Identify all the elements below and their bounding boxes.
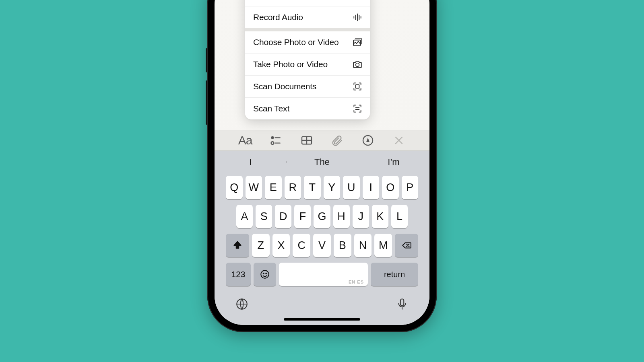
emoji-key[interactable] [254,263,276,286]
menu-item-label: Choose Photo or Video [253,37,339,47]
phone-frame: Attach File Record Audio Choose [207,0,437,332]
keyboard-footer [215,288,429,322]
menu-item-label: Record Audio [253,12,303,22]
text-format-button[interactable]: Aa [237,132,253,148]
key-t[interactable]: T [304,176,321,199]
key-j[interactable]: J [353,205,369,228]
suggestion-bar: I The I’m [215,151,429,173]
menu-item-scan-documents[interactable]: Scan Documents [245,75,370,97]
menu-item-attach-file[interactable]: Attach File [245,0,370,6]
key-r[interactable]: R [285,176,301,199]
key-p[interactable]: P [402,176,419,199]
doc-scan-icon [352,81,363,92]
keyboard: Q W E R T Y U I O P A S D F G H [215,173,429,288]
globe-button[interactable] [234,296,250,312]
key-b[interactable]: B [334,234,351,257]
suggestion-2[interactable]: The [286,157,358,167]
svg-point-8 [263,273,264,274]
svg-point-4 [271,142,274,144]
svg-rect-2 [356,85,359,88]
menu-item-label: Take Photo or Video [253,60,328,69]
waveform-icon [352,12,363,23]
key-e[interactable]: E [265,176,282,199]
key-l[interactable]: L [391,205,408,228]
space-languages: EN ES [349,280,364,284]
menu-item-record-audio[interactable]: Record Audio [245,6,370,28]
dictation-button[interactable] [394,296,410,312]
key-x[interactable]: X [272,234,290,257]
key-row-3: Z X C V B N M [217,234,427,257]
return-key[interactable]: return [371,263,418,286]
note-canvas[interactable]: Attach File Record Audio Choose [215,0,429,130]
format-toolbar: Aa [215,130,429,151]
menu-group-2: Choose Photo or Video Take Photo or Vide… [245,28,370,119]
key-row-4: 123 EN ES return [217,263,427,286]
key-m[interactable]: M [374,234,392,257]
key-g[interactable]: G [314,205,330,228]
numbers-key[interactable]: 123 [226,263,251,286]
key-a[interactable]: A [236,205,253,228]
key-c[interactable]: C [293,234,310,257]
key-o[interactable]: O [382,176,399,199]
menu-item-label: Scan Text [253,104,289,113]
svg-point-1 [356,63,359,67]
key-s[interactable]: S [256,205,272,228]
menu-item-scan-text[interactable]: Scan Text [245,97,370,119]
suggestion-1[interactable]: I [215,157,286,167]
backspace-key[interactable] [395,234,418,257]
text-format-label: Aa [238,134,252,147]
key-z[interactable]: Z [252,234,270,257]
home-indicator[interactable] [284,318,360,321]
key-n[interactable]: N [354,234,372,257]
file-icon [352,0,363,0]
key-u[interactable]: U [343,176,360,199]
svg-point-7 [261,270,269,278]
text-scan-icon [352,103,363,114]
menu-item-label: Scan Documents [253,82,316,91]
menu-item-take-photo[interactable]: Take Photo or Video [245,53,370,75]
key-k[interactable]: K [372,205,388,228]
key-f[interactable]: F [294,205,311,228]
space-key[interactable]: EN ES [279,263,368,286]
markup-button[interactable] [360,132,376,148]
suggestion-3[interactable]: I’m [358,157,429,167]
menu-item-choose-photo[interactable]: Choose Photo or Video [245,31,370,53]
key-i[interactable]: I [363,176,380,199]
svg-point-9 [266,273,266,274]
key-row-1: Q W E R T Y U I O P [217,176,427,199]
shift-key[interactable] [226,234,249,257]
attachment-menu: Attach File Record Audio Choose [245,0,370,119]
attachment-button[interactable] [329,132,345,148]
key-d[interactable]: D [275,205,291,228]
key-h[interactable]: H [333,205,350,228]
keyboard-area: I The I’m Q W E R T Y U I O P A [215,151,429,325]
svg-rect-11 [400,299,404,306]
key-y[interactable]: Y [324,176,341,199]
close-toolbar-button[interactable] [391,132,407,148]
key-w[interactable]: W [246,176,262,199]
menu-group-1: Attach File Record Audio [245,0,370,28]
checklist-button[interactable] [268,132,284,148]
key-row-2: A S D F G H J K L [217,205,427,228]
table-button[interactable] [299,132,315,148]
key-v[interactable]: V [313,234,331,257]
gallery-icon [352,37,363,47]
camera-icon [352,59,363,70]
screen: Attach File Record Audio Choose [215,0,429,325]
svg-point-3 [271,136,274,139]
key-q[interactable]: Q [226,176,243,199]
